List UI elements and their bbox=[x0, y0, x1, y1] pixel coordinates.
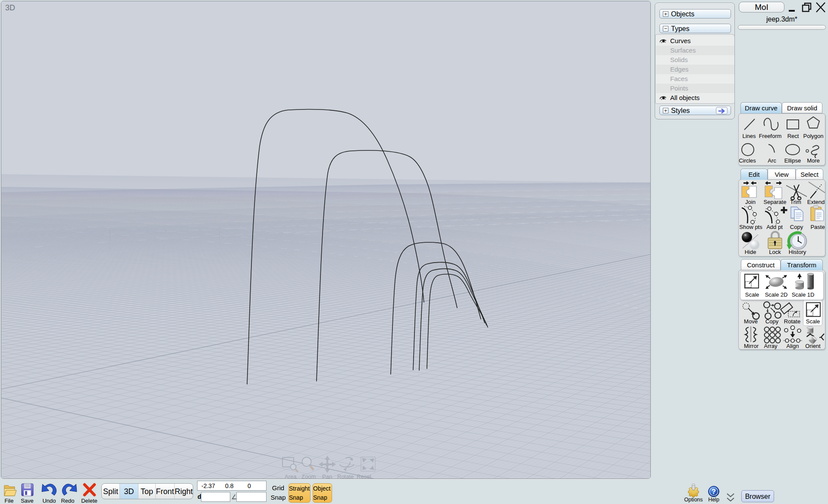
svg-text:File: File bbox=[5, 498, 14, 504]
svg-text:History: History bbox=[789, 249, 806, 255]
svg-text:?: ? bbox=[712, 488, 716, 495]
svg-text:Separate: Separate bbox=[764, 199, 787, 205]
svg-text:Rotate: Rotate bbox=[784, 318, 800, 325]
svg-text:Undo: Undo bbox=[42, 498, 56, 504]
svg-text:Align: Align bbox=[787, 343, 799, 349]
svg-text:Polygon: Polygon bbox=[803, 133, 824, 139]
svg-text:Paste: Paste bbox=[810, 224, 825, 230]
svg-text:Trim: Trim bbox=[790, 199, 801, 205]
svg-text:Join: Join bbox=[745, 199, 756, 205]
svg-text:Add pt: Add pt bbox=[766, 224, 783, 230]
svg-text:Delete: Delete bbox=[81, 498, 97, 504]
svg-text:Scale: Scale bbox=[745, 291, 759, 298]
svg-text:Extend: Extend bbox=[807, 199, 825, 205]
svg-text:Copy: Copy bbox=[790, 224, 803, 230]
svg-text:Copy: Copy bbox=[765, 318, 779, 325]
svg-text:Ellipse: Ellipse bbox=[784, 157, 801, 164]
svg-text:Lock: Lock bbox=[769, 249, 781, 255]
svg-text:Array: Array bbox=[764, 343, 778, 349]
svg-text:Scale 2D: Scale 2D bbox=[765, 291, 788, 298]
svg-text:Save: Save bbox=[21, 498, 34, 504]
svg-text:Mirror: Mirror bbox=[744, 343, 759, 349]
svg-text:More: More bbox=[807, 157, 820, 164]
svg-text:Hide: Hide bbox=[745, 249, 756, 255]
svg-text:Freeform: Freeform bbox=[759, 133, 782, 139]
svg-text:Show pts: Show pts bbox=[739, 224, 762, 230]
svg-text:Orient: Orient bbox=[805, 343, 821, 349]
svg-text:Circles: Circles bbox=[739, 157, 756, 164]
svg-text:Redo: Redo bbox=[61, 498, 74, 504]
svg-text:Move: Move bbox=[744, 318, 758, 325]
svg-text:Scale 1D: Scale 1D bbox=[792, 291, 815, 298]
svg-text:Arc: Arc bbox=[768, 157, 776, 164]
svg-text:Lines: Lines bbox=[742, 133, 756, 139]
svg-text:Scale: Scale bbox=[806, 318, 820, 325]
svg-text:Rect: Rect bbox=[787, 133, 799, 139]
